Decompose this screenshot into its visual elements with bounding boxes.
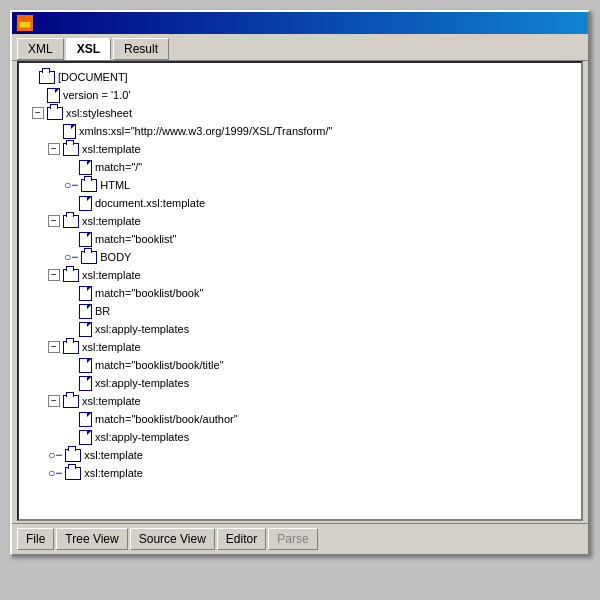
tree-item[interactable]: xsl:apply-templates	[24, 374, 576, 392]
file-icon	[79, 412, 92, 427]
tree-item[interactable]: ○−BODY	[24, 248, 576, 266]
tree-item-label: xsl:template	[82, 212, 141, 230]
bottom-btn-tree-view[interactable]: Tree View	[56, 528, 127, 550]
collapse-toggle[interactable]: −	[48, 143, 60, 155]
folder-icon	[65, 467, 81, 480]
file-icon	[47, 88, 60, 103]
tree-item-label: version = '1.0'	[63, 86, 131, 104]
tree-item[interactable]: match="booklist/book/title"	[24, 356, 576, 374]
tree-item-label: xsl:apply-templates	[95, 428, 189, 446]
file-icon	[79, 196, 92, 211]
file-icon	[63, 124, 76, 139]
folder-icon	[63, 143, 79, 156]
title-bar	[12, 12, 588, 34]
folder-icon	[81, 251, 97, 264]
file-icon	[79, 160, 92, 175]
file-icon	[79, 322, 92, 337]
tree-item-label: xsl:template	[82, 392, 141, 410]
tabs-bar: XML XSL Result	[12, 34, 588, 61]
bottom-bar: FileTree ViewSource ViewEditorParse	[12, 523, 588, 554]
tree-item-label: xsl:template	[84, 464, 143, 482]
file-icon	[79, 304, 92, 319]
tree-item[interactable]: version = '1.0'	[24, 86, 576, 104]
tree-item-label: match="booklist/book/title"	[95, 356, 224, 374]
expand-toggle[interactable]: ○−	[48, 446, 62, 464]
tree-item[interactable]: match="/"	[24, 158, 576, 176]
tab-xml[interactable]: XML	[17, 38, 64, 60]
collapse-toggle[interactable]: −	[48, 269, 60, 281]
tree-item[interactable]: [DOCUMENT]	[24, 68, 576, 86]
tree-item-label: xsl:stylesheet	[66, 104, 132, 122]
tree-item-label: BODY	[100, 248, 131, 266]
tree-item[interactable]: xmlns:xsl="http://www.w3.org/1999/XSL/Tr…	[24, 122, 576, 140]
tab-xsl[interactable]: XSL	[66, 38, 111, 60]
app-icon	[17, 15, 33, 31]
collapse-toggle[interactable]: −	[48, 215, 60, 227]
collapse-toggle[interactable]: −	[48, 395, 60, 407]
tree-item-label: xsl:template	[82, 140, 141, 158]
folder-icon	[47, 107, 63, 120]
file-icon	[79, 430, 92, 445]
tree-item[interactable]: −xsl:stylesheet	[24, 104, 576, 122]
tree-item[interactable]: −xsl:template	[24, 266, 576, 284]
tree-item[interactable]: xsl:apply-templates	[24, 320, 576, 338]
collapse-toggle[interactable]: −	[32, 107, 44, 119]
tree-item[interactable]: −xsl:template	[24, 140, 576, 158]
svg-rect-2	[21, 17, 25, 20]
folder-icon	[65, 449, 81, 462]
tree-item[interactable]: ○−xsl:template	[24, 464, 576, 482]
tree-item[interactable]: BR	[24, 302, 576, 320]
tree-item-label: match="booklist/book"	[95, 284, 203, 302]
tree-item-label: match="booklist"	[95, 230, 177, 248]
expand-toggle[interactable]: ○−	[64, 248, 78, 266]
folder-icon	[63, 269, 79, 282]
tree-item-label: xsl:template	[82, 338, 141, 356]
file-icon	[79, 232, 92, 247]
tree-item-label: match="booklist/book/author"	[95, 410, 238, 428]
expand-toggle[interactable]: ○−	[64, 176, 78, 194]
main-window: XML XSL Result [DOCUMENT]version = '1.0'…	[10, 10, 590, 556]
bottom-btn-file[interactable]: File	[17, 528, 54, 550]
bottom-btn-parse: Parse	[268, 528, 317, 550]
tree-item-label: xsl:apply-templates	[95, 374, 189, 392]
folder-icon	[63, 395, 79, 408]
bottom-btn-editor[interactable]: Editor	[217, 528, 266, 550]
folder-icon	[63, 341, 79, 354]
folder-icon	[39, 71, 55, 84]
tree-item[interactable]: document.xsl:template	[24, 194, 576, 212]
folder-icon	[81, 179, 97, 192]
file-icon	[79, 376, 92, 391]
tree-item-label: xsl:apply-templates	[95, 320, 189, 338]
tab-result[interactable]: Result	[113, 38, 169, 60]
tree-item-label: match="/"	[95, 158, 142, 176]
bottom-btn-source-view[interactable]: Source View	[130, 528, 215, 550]
tree-item[interactable]: −xsl:template	[24, 392, 576, 410]
collapse-toggle[interactable]: −	[48, 341, 60, 353]
tree-item-label: [DOCUMENT]	[58, 68, 128, 86]
tree-item[interactable]: −xsl:template	[24, 338, 576, 356]
tree-item-label: BR	[95, 302, 110, 320]
tree-item[interactable]: ○−HTML	[24, 176, 576, 194]
tree-item[interactable]: match="booklist/book"	[24, 284, 576, 302]
tree-item-label: HTML	[100, 176, 130, 194]
tree-item-label: xmlns:xsl="http://www.w3.org/1999/XSL/Tr…	[79, 122, 332, 140]
tree-content[interactable]: [DOCUMENT]version = '1.0'−xsl:stylesheet…	[17, 61, 583, 521]
tree-item[interactable]: match="booklist/book/author"	[24, 410, 576, 428]
folder-icon	[63, 215, 79, 228]
file-icon	[79, 286, 92, 301]
tree-item[interactable]: −xsl:template	[24, 212, 576, 230]
tree-item[interactable]: match="booklist"	[24, 230, 576, 248]
tree-item-label: xsl:template	[82, 266, 141, 284]
tree-item-label: xsl:template	[84, 446, 143, 464]
tree-item[interactable]: ○−xsl:template	[24, 446, 576, 464]
tree-item[interactable]: xsl:apply-templates	[24, 428, 576, 446]
tree-item-label: document.xsl:template	[95, 194, 205, 212]
file-icon	[79, 358, 92, 373]
expand-toggle[interactable]: ○−	[48, 464, 62, 482]
